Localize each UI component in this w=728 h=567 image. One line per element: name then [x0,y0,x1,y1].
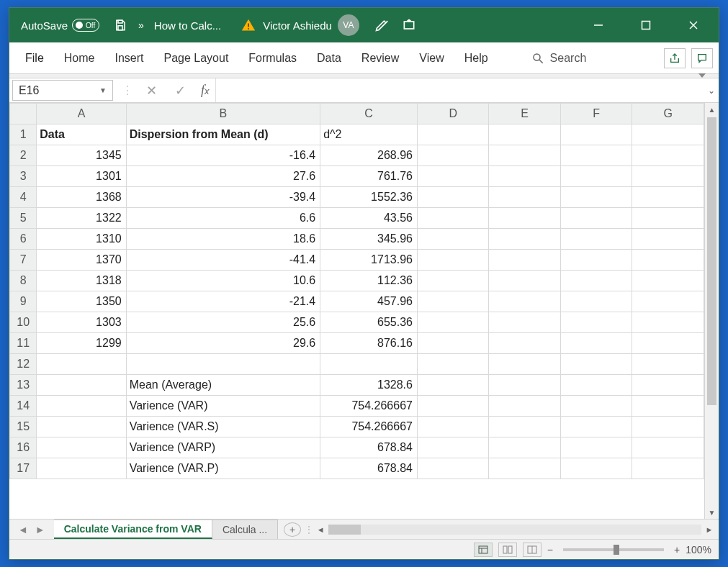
row-header-10[interactable]: 10 [10,312,37,333]
cell-G16[interactable] [632,437,704,458]
cell-F13[interactable] [560,375,632,396]
cell-C3[interactable]: 761.76 [320,166,418,187]
cell-D10[interactable] [417,312,489,333]
cell-D2[interactable] [417,145,489,166]
column-header-F[interactable]: F [560,104,632,124]
cell-B13[interactable]: Mean (Average) [126,375,320,396]
ribbon-collapse-handle[interactable] [9,74,719,78]
view-page-break-button[interactable] [523,543,541,557]
formula-expand-icon[interactable]: ⌄ [704,78,719,102]
cell-D6[interactable] [417,229,489,250]
window-mode-icon[interactable] [400,16,418,35]
cell-D17[interactable] [417,458,489,479]
cell-F11[interactable] [560,333,632,354]
cell-C10[interactable]: 655.36 [320,312,418,333]
search-box[interactable]: Search [531,52,587,65]
cell-D4[interactable] [417,187,489,208]
row-header-15[interactable]: 15 [10,417,37,437]
share-button[interactable] [664,48,686,68]
row-header-3[interactable]: 3 [10,166,37,187]
row-header-13[interactable]: 13 [10,375,37,396]
cell-A10[interactable]: 1303 [37,312,126,333]
cell-B15[interactable]: Varience (VAR.S) [126,417,320,437]
sheet-prev-icon[interactable]: ◄ [18,524,28,535]
cell-D1[interactable] [417,124,489,145]
cell-G8[interactable] [632,271,704,291]
row-header-17[interactable]: 17 [10,458,37,479]
ink-icon[interactable] [372,16,391,35]
cell-G12[interactable] [632,354,704,375]
cell-E8[interactable] [489,271,561,291]
ribbon-tab-data[interactable]: Data [307,42,351,73]
zoom-in-button[interactable]: + [674,544,680,555]
cell-B12[interactable] [126,354,320,375]
row-header-16[interactable]: 16 [10,437,37,458]
cell-F9[interactable] [560,291,632,312]
autosave-pill[interactable]: Off [72,19,99,32]
row-header-6[interactable]: 6 [10,229,37,250]
cell-G10[interactable] [632,312,704,333]
cell-F4[interactable] [560,187,632,208]
cell-E4[interactable] [489,187,561,208]
cell-C7[interactable]: 1713.96 [320,250,418,271]
cell-B10[interactable]: 25.6 [126,312,320,333]
cell-B14[interactable]: Varience (VAR) [126,396,320,417]
cell-C13[interactable]: 1328.6 [320,375,418,396]
cell-E11[interactable] [489,333,561,354]
cell-E15[interactable] [489,417,561,437]
cell-C16[interactable]: 678.84 [320,437,418,458]
cell-A15[interactable] [37,417,126,437]
cell-B1[interactable]: Dispersion from Mean (d) [126,124,320,145]
cell-F12[interactable] [560,354,632,375]
row-header-8[interactable]: 8 [10,271,37,291]
cell-E13[interactable] [489,375,561,396]
cell-G11[interactable] [632,333,704,354]
close-button[interactable] [677,8,710,42]
cell-F6[interactable] [560,229,632,250]
minimize-button[interactable] [582,8,615,42]
column-header-B[interactable]: B [126,104,320,124]
view-page-layout-button[interactable] [498,543,517,557]
cell-D15[interactable] [417,417,489,437]
cell-C12[interactable] [320,354,418,375]
cell-D12[interactable] [417,354,489,375]
cell-D14[interactable] [417,396,489,417]
cell-F10[interactable] [560,312,632,333]
fx-icon[interactable]: fx [201,83,210,98]
cell-G15[interactable] [632,417,704,437]
cell-E16[interactable] [489,437,561,458]
formula-input[interactable] [215,78,704,102]
avatar[interactable]: VA [338,14,359,36]
cell-G6[interactable] [632,229,704,250]
cell-B16[interactable]: Varience (VARP) [126,437,320,458]
cell-B8[interactable]: 10.6 [126,271,320,291]
cell-D9[interactable] [417,291,489,312]
cell-B6[interactable]: 18.6 [126,229,320,250]
cell-D8[interactable] [417,271,489,291]
cell-D5[interactable] [417,208,489,229]
row-header-11[interactable]: 11 [10,333,37,354]
column-header-G[interactable]: G [632,104,704,124]
cell-A14[interactable] [37,396,126,417]
cell-F8[interactable] [560,271,632,291]
cell-B17[interactable]: Varience (VAR.P) [126,458,320,479]
cell-B9[interactable]: -21.4 [126,291,320,312]
sheet-nav[interactable]: ◄ ► [9,520,54,539]
cell-C5[interactable]: 43.56 [320,208,418,229]
ribbon-tab-help[interactable]: Help [454,42,498,73]
zoom-slider[interactable] [563,548,664,551]
cell-D13[interactable] [417,375,489,396]
row-header-4[interactable]: 4 [10,187,37,208]
cell-C9[interactable]: 457.96 [320,291,418,312]
hscroll-thumb[interactable] [328,525,361,535]
cell-F1[interactable] [560,124,632,145]
zoom-level[interactable]: 100% [686,544,711,555]
cell-F16[interactable] [560,437,632,458]
cell-E3[interactable] [489,166,561,187]
cell-E1[interactable] [489,124,561,145]
row-header-7[interactable]: 7 [10,250,37,271]
select-all-corner[interactable] [10,104,37,124]
cell-C15[interactable]: 754.266667 [320,417,418,437]
cell-G3[interactable] [632,166,704,187]
qat-overflow-icon[interactable]: » [138,19,144,31]
